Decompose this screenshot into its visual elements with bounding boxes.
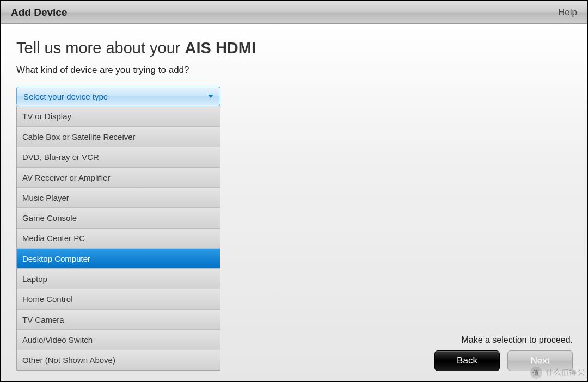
titlebar: Add Device Help — [1, 1, 587, 24]
device-type-option[interactable]: Audio/Video Switch — [17, 329, 220, 349]
device-type-option[interactable]: Other (Not Shown Above) — [17, 350, 220, 370]
window-title: Add Device — [11, 7, 67, 19]
heading-prefix: Tell us more about your — [16, 39, 185, 57]
device-type-option[interactable]: Home Control — [17, 289, 220, 309]
next-button: Next — [507, 350, 573, 371]
add-device-window: Add Device Help Tell us more about your … — [1, 1, 587, 381]
selection-hint: Make a selection to proceed. — [461, 335, 573, 345]
chevron-down-icon — [208, 95, 213, 98]
page-heading: Tell us more about your AIS HDMI — [16, 39, 572, 57]
device-type-option[interactable]: Media Center PC — [17, 228, 220, 248]
heading-device: AIS HDMI — [185, 39, 256, 57]
device-type-combo-wrap: Select your device type TV or DisplayCab… — [16, 87, 220, 371]
device-type-option[interactable]: AV Receiver or Amplifier — [17, 167, 220, 187]
device-type-option[interactable]: DVD, Blu-ray or VCR — [17, 147, 220, 167]
device-type-option[interactable]: Cable Box or Satellite Receiver — [17, 126, 220, 146]
help-link[interactable]: Help — [558, 7, 577, 18]
device-type-option[interactable]: Game Console — [17, 207, 220, 227]
device-type-option[interactable]: Desktop Computer — [17, 248, 220, 268]
device-type-listbox[interactable]: TV or DisplayCable Box or Satellite Rece… — [16, 106, 220, 371]
device-type-option[interactable]: TV or Display — [17, 106, 220, 126]
device-type-option[interactable]: Laptop — [17, 268, 220, 288]
device-type-option[interactable]: TV Camera — [17, 309, 220, 329]
device-type-combobox[interactable]: Select your device type — [16, 87, 220, 106]
content-area: Tell us more about your AIS HDMI What ki… — [1, 24, 587, 381]
page-subtitle: What kind of device are you trying to ad… — [16, 65, 572, 76]
device-type-option[interactable]: Music Player — [17, 187, 220, 207]
button-row: Back Next — [434, 350, 573, 371]
back-button[interactable]: Back — [434, 350, 500, 371]
footer: Make a selection to proceed. Back Next — [434, 335, 573, 371]
combobox-placeholder: Select your device type — [23, 92, 108, 101]
